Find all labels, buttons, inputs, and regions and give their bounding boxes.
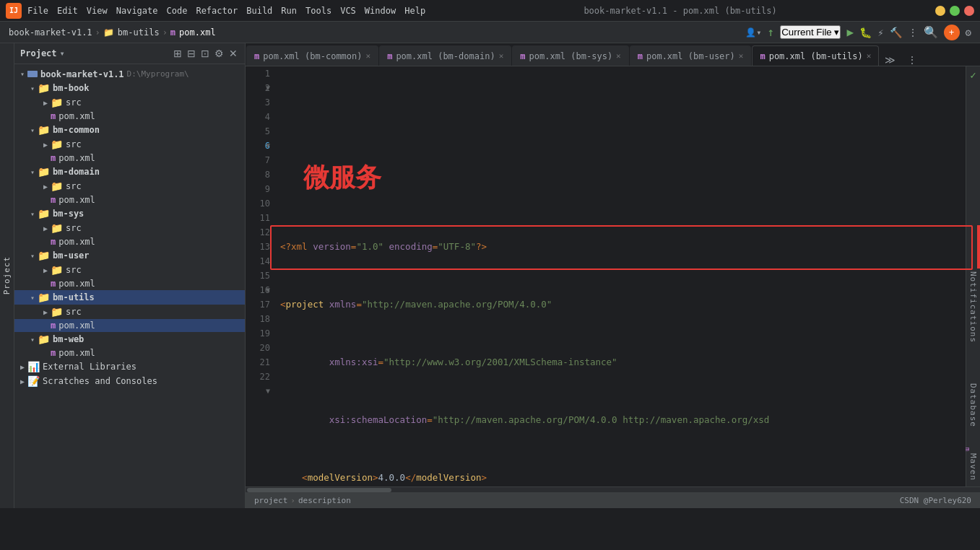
statusbar-path-description[interactable]: description <box>298 496 351 505</box>
notifications-label[interactable]: Notifications <box>968 266 978 349</box>
user-avatar[interactable]: + <box>944 25 960 40</box>
horizontal-scrollbar[interactable] <box>246 486 980 492</box>
tab-bm-user[interactable]: m pom.xml (bm-user) ✕ <box>630 45 752 66</box>
more-icon[interactable]: ⋮ <box>908 27 918 38</box>
tree-scratches[interactable]: ▶ 📝 Scratches and Consoles <box>14 374 245 388</box>
maximize-button[interactable] <box>950 6 960 16</box>
close-button[interactable] <box>964 6 974 16</box>
editor-container: m pom.xml (bm-common) ✕ m pom.xml (bm-do… <box>246 43 980 508</box>
bm-common-pom-label: pom.xml <box>58 153 95 163</box>
scratches-label: Scratches and Consoles <box>43 376 157 386</box>
menu-edit[interactable]: Edit <box>57 6 78 16</box>
menu-window[interactable]: Window <box>365 6 396 16</box>
database-label[interactable]: Database <box>968 377 978 433</box>
tree-bm-book-src[interactable]: ▶ 📁 src <box>14 95 245 110</box>
code-content[interactable]: ▼ ▼ ▼ ▼ <?xml version="1.0" encoding="UT… <box>274 66 980 486</box>
tree-bm-utils[interactable]: ▾ 📁 bm-utils <box>14 290 245 305</box>
tab-bm-common[interactable]: m pom.xml (bm-common) ✕ <box>246 45 378 66</box>
tab-bm-domain[interactable]: m pom.xml (bm-domain) ✕ <box>379 45 511 66</box>
breadcrumb-file[interactable]: m pom.xml <box>170 27 216 38</box>
code-line-3: xmlns:xsi="http://www.w3.org/2001/XMLSch… <box>280 355 974 370</box>
tree-bm-book-pom[interactable]: m pom.xml <box>14 110 245 123</box>
tree-bm-sys-src[interactable]: ▶ 📁 src <box>14 221 245 235</box>
bm-web-pom-label: pom.xml <box>58 348 95 358</box>
root-arrow: ▾ <box>17 70 27 78</box>
tree-bm-domain-src[interactable]: ▶ 📁 src <box>14 179 245 193</box>
menu-navigate[interactable]: Navigate <box>116 6 158 16</box>
line-num-7: 7 <box>250 153 270 167</box>
scope-selector[interactable]: Current File ▾ <box>780 25 841 39</box>
minimize-button[interactable] <box>935 6 945 16</box>
right-side-panel: ✓ Notifications Database m Maven <box>966 66 980 486</box>
window-title: book-market-v1.1 - pom.xml (bm-utils) <box>584 6 776 16</box>
tab-bm-utils[interactable]: m pom.xml (bm-utils) ✕ <box>752 45 879 66</box>
tree-bm-web-pom[interactable]: m pom.xml <box>14 346 245 359</box>
tab-domain-close[interactable]: ✕ <box>499 51 504 61</box>
tab-common-close[interactable]: ✕ <box>366 51 371 61</box>
editor[interactable]: 微服务 1 2 3 4 5 6 7 8 9 10 11 12 13 14 15 … <box>246 66 980 486</box>
scrollbar-thumb[interactable] <box>247 488 391 492</box>
menu-view[interactable]: View <box>87 6 108 16</box>
sidebar-expand-btn[interactable]: ⊞ <box>172 46 183 61</box>
menu-vcs[interactable]: VCS <box>340 6 356 16</box>
tab-user-icon: m <box>638 51 643 61</box>
breadcrumb-project[interactable]: book-market-v1.1 <box>9 27 92 38</box>
menu-code[interactable]: Code <box>167 6 188 16</box>
tab-sys-close[interactable]: ✕ <box>616 51 621 61</box>
build-icon[interactable]: 🔨 <box>890 27 902 38</box>
bm-domain-arrow: ▾ <box>27 168 38 176</box>
sidebar-close-btn[interactable]: ✕ <box>227 46 239 61</box>
menu-refactor[interactable]: Refactor <box>196 6 238 16</box>
maven-side-label[interactable]: m Maven <box>968 448 978 486</box>
search-icon[interactable]: 🔍 <box>924 25 938 39</box>
tree-bm-domain[interactable]: ▾ 📁 bm-domain <box>14 165 245 179</box>
menu-tools[interactable]: Tools <box>305 6 331 16</box>
tree-bm-utils-src[interactable]: ▶ 📁 src <box>14 305 245 319</box>
tree-bm-sys-pom[interactable]: m pom.xml <box>14 235 245 248</box>
statusbar-path-project[interactable]: project <box>254 496 287 505</box>
statusbar-sep-1: › <box>290 496 295 505</box>
menu-build[interactable]: Build <box>246 6 272 16</box>
menu-file[interactable]: File <box>27 6 48 16</box>
bm-web-pom-icon: m <box>51 348 56 358</box>
settings-icon[interactable]: ⚙ <box>966 27 971 38</box>
tree-bm-user-src[interactable]: ▶ 📁 src <box>14 263 245 277</box>
sidebar-scroll-btn[interactable]: ⊡ <box>199 46 211 61</box>
file-valid-icon: ✓ <box>967 66 979 84</box>
tree-bm-common-src[interactable]: ▶ 📁 src <box>14 137 245 152</box>
tree-bm-user[interactable]: ▾ 📁 bm-user <box>14 248 245 263</box>
tree-bm-book[interactable]: ▾ 📁 bm-book <box>14 81 245 95</box>
breadcrumb-module[interactable]: 📁 bm-utils <box>103 27 160 38</box>
run-button[interactable]: ▶ <box>846 25 854 39</box>
tree-root[interactable]: ▾ book-market-v1.1 D:\Myprogram\ <box>14 67 245 81</box>
tree-bm-common-pom[interactable]: m pom.xml <box>14 152 245 165</box>
bm-utils-arrow: ▾ <box>27 294 38 302</box>
tree-bm-user-pom[interactable]: m pom.xml <box>14 277 245 290</box>
tree-bm-domain-pom[interactable]: m pom.xml <box>14 193 245 206</box>
profile-icon[interactable]: 👤▾ <box>745 27 761 38</box>
sidebar-dropdown-icon[interactable]: ▾ <box>60 48 65 58</box>
menu-run[interactable]: Run <box>281 6 297 16</box>
tree-external-libs[interactable]: ▶ 📊 External Libraries <box>14 359 245 374</box>
profile-run-icon[interactable]: ⚡ <box>877 27 883 38</box>
error-marker-12 <box>977 225 980 240</box>
tab-user-close[interactable]: ✕ <box>739 51 744 61</box>
tree-bm-utils-pom[interactable]: m pom.xml <box>14 319 245 332</box>
tab-utils-close[interactable]: ✕ <box>867 51 872 61</box>
menu-help[interactable]: Help <box>404 6 425 16</box>
sidebar-collapse-btn[interactable]: ⊟ <box>186 46 197 61</box>
debug-icon[interactable]: 🐛 <box>859 27 872 38</box>
bm-sys-src-arrow: ▶ <box>40 224 51 232</box>
vcs-icon[interactable]: ↑ <box>768 25 775 39</box>
sidebar-settings-btn[interactable]: ⚙ <box>213 46 225 61</box>
line-num-1: 1 <box>250 66 270 81</box>
project-panel-label[interactable]: Project <box>0 43 14 508</box>
tab-overflow-btn[interactable]: ≫ <box>879 54 901 66</box>
tree-bm-web[interactable]: ▾ 📁 bm-web <box>14 332 245 346</box>
tab-menu-btn[interactable]: ⋮ <box>901 54 923 66</box>
tab-bm-sys[interactable]: m pom.xml (bm-sys) ✕ <box>512 45 628 66</box>
bm-common-pom-icon: m <box>51 153 56 163</box>
tree-bm-common[interactable]: ▾ 📁 bm-common <box>14 123 245 137</box>
project-label-text: Project <box>2 256 12 294</box>
tree-bm-sys[interactable]: ▾ 📁 bm-sys <box>14 206 245 221</box>
